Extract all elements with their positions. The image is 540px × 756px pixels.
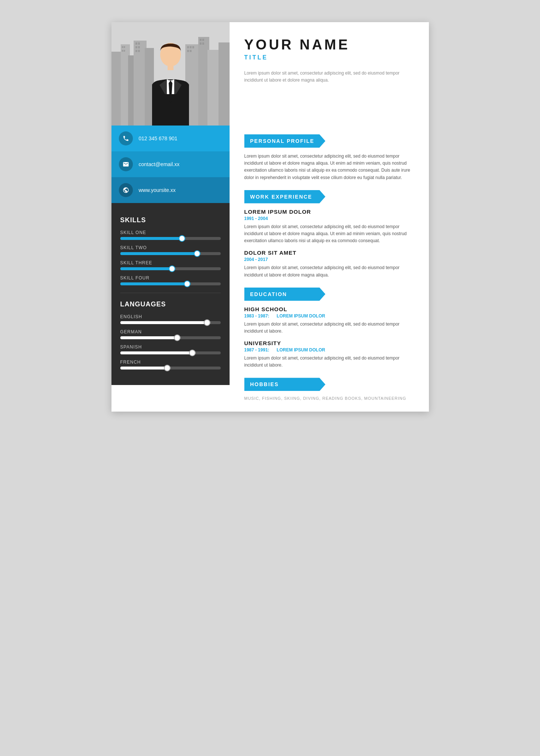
email-icon <box>119 157 133 171</box>
language-bar-fill <box>120 321 211 324</box>
photo-area <box>111 22 230 126</box>
job-description: Lorem ipsum dolor sit amet, consectetur … <box>244 264 414 278</box>
person-title: TITLE <box>244 54 414 61</box>
skill-bar-background <box>120 267 221 270</box>
edu-description: Lorem ipsum dolor sit amet, consectetur … <box>244 355 414 369</box>
job-title: DOLOR SIT AMET <box>244 250 414 256</box>
language-bar-background <box>120 321 221 324</box>
hobbies-title: HOBBIES <box>244 378 326 391</box>
svg-rect-13 <box>122 50 123 52</box>
personal-profile-text: Lorem ipsum dolor sit amet, consectetur … <box>244 153 414 181</box>
language-bar-background <box>120 351 221 354</box>
language-bar-fill <box>120 351 196 354</box>
svg-rect-29 <box>202 42 204 45</box>
main-content: PERSONAL PROFILE Lorem ipsum dolor sit a… <box>230 126 429 412</box>
language-label: FRENCH <box>120 360 221 365</box>
website-icon <box>119 183 133 197</box>
phone-contact: 012 345 678 901 <box>111 126 230 151</box>
hobbies-header: HOBBIES <box>244 378 414 391</box>
language-bar-background <box>120 336 221 339</box>
svg-rect-18 <box>138 46 140 48</box>
svg-rect-28 <box>200 42 202 45</box>
svg-rect-12 <box>124 46 125 48</box>
work-experience-title: WORK EXPERIENCE <box>244 190 326 203</box>
education-header: EDUCATION <box>244 288 414 301</box>
svg-rect-31 <box>168 65 173 70</box>
language-bar-fill <box>120 336 180 339</box>
edu-date-row: 1983 - 1987: LOREM IPSUM DOLOR <box>244 313 414 319</box>
skill-item: SKILL TWO <box>120 245 221 255</box>
language-bar-background <box>120 367 221 370</box>
photo-column <box>111 22 230 126</box>
education-entry: UNIVERSITY 1987 - 1991: LOREM IPSUM DOLO… <box>244 340 414 369</box>
skill-label: SKILL ONE <box>120 230 221 235</box>
name-column: YOUR NAME TITLE Lorem ipsum dolor sit am… <box>230 22 429 126</box>
edu-date: 1983 - 1987: <box>244 313 269 319</box>
job-date: 2004 - 2017 <box>244 257 414 262</box>
body-section: 012 345 678 901 contact@email.xx <box>111 126 429 412</box>
svg-rect-19 <box>135 50 137 52</box>
personal-profile-title: PERSONAL PROFILE <box>244 134 326 148</box>
languages-list: ENGLISH GERMAN SPANISH FRENCH <box>120 314 221 370</box>
language-item: GERMAN <box>120 329 221 339</box>
person-illustration <box>145 41 196 126</box>
job-date: 1991 - 2004 <box>244 216 414 221</box>
skill-bar-fill <box>120 237 186 240</box>
personal-profile-header: PERSONAL PROFILE <box>244 134 414 148</box>
svg-rect-10 <box>219 42 230 126</box>
education-list: HIGH SCHOOL 1983 - 1987: LOREM IPSUM DOL… <box>244 306 414 369</box>
skill-item: SKILL THREE <box>120 260 221 270</box>
skill-bar-fill <box>120 267 176 270</box>
job-description: Lorem ipsum dolor sit amet, consectetur … <box>244 223 414 245</box>
website-contact: www.yoursite.xx <box>111 177 230 203</box>
job-entry: LOREM IPSUM DOLOR 1991 - 2004 Lorem ipsu… <box>244 209 414 245</box>
svg-rect-14 <box>124 50 125 52</box>
edu-date: 1987 - 1991: <box>244 347 269 353</box>
svg-rect-16 <box>138 42 140 45</box>
skill-label: SKILL FOUR <box>120 275 221 281</box>
svg-rect-9 <box>207 50 220 126</box>
edu-school: LOREM IPSUM DOLOR <box>277 313 325 319</box>
email-text: contact@email.xx <box>139 161 180 167</box>
skill-bar-background <box>120 282 221 285</box>
skill-bar-fill <box>120 252 201 255</box>
svg-rect-11 <box>122 46 123 48</box>
language-item: FRENCH <box>120 360 221 370</box>
language-label: SPANISH <box>120 344 221 350</box>
skill-label: SKILL TWO <box>120 245 221 250</box>
hobbies-text: MUSIC, FISHING, SKIING, DIVING, READING … <box>244 396 414 401</box>
education-entry: HIGH SCHOOL 1983 - 1987: LOREM IPSUM DOL… <box>244 306 414 335</box>
skill-bar-background <box>120 237 221 240</box>
svg-rect-26 <box>200 39 202 41</box>
edu-school: LOREM IPSUM DOLOR <box>277 347 325 353</box>
person-name: YOUR NAME <box>244 37 414 53</box>
degree-title: UNIVERSITY <box>244 340 414 346</box>
top-section: YOUR NAME TITLE Lorem ipsum dolor sit am… <box>111 22 429 126</box>
skill-item: SKILL FOUR <box>120 275 221 285</box>
website-text: www.yoursite.xx <box>139 187 176 193</box>
sidebar: SKILLS SKILL ONE SKILL TWO SKILL THREE S… <box>111 203 230 385</box>
email-contact: contact@email.xx <box>111 151 230 177</box>
language-label: ENGLISH <box>120 314 221 319</box>
contact-bar: 012 345 678 901 contact@email.xx <box>111 126 230 203</box>
language-item: SPANISH <box>120 344 221 354</box>
languages-title: LANGUAGES <box>120 300 221 308</box>
svg-rect-27 <box>202 39 204 41</box>
sidebar-divider <box>120 293 221 293</box>
svg-rect-17 <box>135 46 137 48</box>
skill-bar-background <box>120 252 221 255</box>
left-panel: 012 345 678 901 contact@email.xx <box>111 126 230 412</box>
summary-text: Lorem ipsum dolor sit amet, consectetur … <box>244 70 414 84</box>
svg-rect-15 <box>135 42 137 45</box>
skill-bar-fill <box>120 282 190 285</box>
skills-title: SKILLS <box>120 216 221 224</box>
skill-item: SKILL ONE <box>120 230 221 240</box>
language-item: ENGLISH <box>120 314 221 324</box>
svg-rect-20 <box>138 50 140 52</box>
skill-label: SKILL THREE <box>120 260 221 265</box>
language-label: GERMAN <box>120 329 221 334</box>
work-experience-list: LOREM IPSUM DOLOR 1991 - 2004 Lorem ipsu… <box>244 209 414 279</box>
resume-document: YOUR NAME TITLE Lorem ipsum dolor sit am… <box>111 22 429 412</box>
edu-date-row: 1987 - 1991: LOREM IPSUM DOLOR <box>244 347 414 353</box>
degree-title: HIGH SCHOOL <box>244 306 414 312</box>
